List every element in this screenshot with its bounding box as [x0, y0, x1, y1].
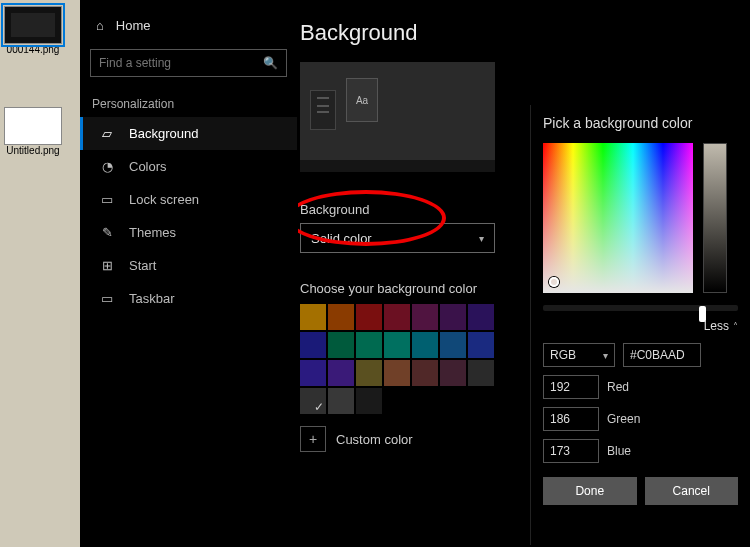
chevron-down-icon: ▾: [479, 233, 484, 244]
file-thumb-label: Untitled.png: [4, 145, 62, 156]
home-label: Home: [116, 18, 151, 33]
taskbar-icon: ▭: [99, 291, 115, 306]
plus-icon: +: [300, 426, 326, 452]
home-link[interactable]: ⌂ Home: [80, 10, 297, 41]
settings-search-input[interactable]: [99, 56, 263, 70]
chevron-up-icon: ˄: [733, 321, 738, 332]
chevron-down-icon: ▾: [603, 350, 608, 361]
color-swatch[interactable]: [412, 332, 438, 358]
sidebar-section-title: Personalization: [80, 91, 297, 117]
palette-icon: ◔: [99, 159, 115, 174]
color-swatch[interactable]: [300, 332, 326, 358]
color-mode-select[interactable]: RGB ▾: [543, 343, 615, 367]
color-swatch[interactable]: [440, 360, 466, 386]
color-picker-panel: Pick a background color Less ˄ RGB ▾: [530, 105, 750, 545]
channel-input-red[interactable]: [543, 375, 599, 399]
content-area: Background Aa Background Solid color ▾ C…: [298, 0, 750, 547]
custom-color-label: Custom color: [336, 432, 413, 447]
sidebar-item-label: Lock screen: [129, 192, 199, 207]
sidebar-nav: ▱Background◔Colors▭Lock screen✎Themes⊞St…: [80, 117, 297, 315]
color-swatch[interactable]: [440, 332, 466, 358]
color-swatch[interactable]: [356, 360, 382, 386]
file-thumb-label: 000144.png: [4, 44, 62, 55]
color-swatch[interactable]: [328, 304, 354, 330]
hue-slider[interactable]: [543, 305, 738, 311]
sidebar-item-label: Start: [129, 258, 156, 273]
color-swatch[interactable]: [300, 360, 326, 386]
color-swatch[interactable]: [328, 388, 354, 414]
page-title: Background: [300, 20, 750, 46]
color-swatch[interactable]: [356, 332, 382, 358]
color-spectrum[interactable]: [543, 143, 693, 293]
picture-icon: ▱: [99, 126, 115, 141]
slider-thumb[interactable]: [699, 306, 706, 322]
channel-label: Green: [607, 412, 640, 426]
preview-window: [310, 90, 336, 130]
preview-window: Aa: [346, 78, 378, 122]
sidebar-item-label: Colors: [129, 159, 167, 174]
channel-input-blue[interactable]: [543, 439, 599, 463]
channel-label: Red: [607, 380, 629, 394]
channel-label: Blue: [607, 444, 631, 458]
done-button[interactable]: Done: [543, 477, 637, 505]
sidebar-item-label: Themes: [129, 225, 176, 240]
file-thumb[interactable]: 000144.png: [4, 6, 62, 55]
cancel-button[interactable]: Cancel: [645, 477, 739, 505]
color-swatch[interactable]: [468, 304, 494, 330]
file-thumb[interactable]: Untitled.png: [4, 107, 62, 156]
sidebar-item-lock-screen[interactable]: ▭Lock screen: [80, 183, 297, 216]
dropdown-value: Solid color: [311, 231, 372, 246]
color-swatch[interactable]: [356, 388, 382, 414]
search-icon: 🔍: [263, 56, 278, 70]
spectrum-cursor[interactable]: [549, 277, 559, 287]
color-swatch[interactable]: [384, 304, 410, 330]
settings-search[interactable]: 🔍: [90, 49, 287, 77]
hex-input[interactable]: [623, 343, 701, 367]
themes-icon: ✎: [99, 225, 115, 240]
desktop-area: 000144.png Untitled.png: [0, 0, 80, 547]
start-icon: ⊞: [99, 258, 115, 273]
channel-input-green[interactable]: [543, 407, 599, 431]
background-type-dropdown[interactable]: Solid color ▾: [300, 223, 495, 253]
color-swatch-grid: [300, 304, 497, 416]
color-swatch[interactable]: [300, 388, 326, 414]
file-thumb-image: [4, 6, 62, 44]
color-swatch[interactable]: [300, 304, 326, 330]
home-icon: ⌂: [96, 18, 104, 33]
color-swatch[interactable]: [468, 360, 494, 386]
color-picker-title: Pick a background color: [543, 115, 738, 131]
sidebar-item-taskbar[interactable]: ▭Taskbar: [80, 282, 297, 315]
sidebar-item-start[interactable]: ⊞Start: [80, 249, 297, 282]
preview-taskbar: [300, 160, 495, 172]
color-swatch[interactable]: [440, 304, 466, 330]
color-swatch[interactable]: [328, 360, 354, 386]
file-thumb-image: [4, 107, 62, 145]
sidebar-item-label: Taskbar: [129, 291, 175, 306]
color-swatch[interactable]: [412, 304, 438, 330]
color-swatch[interactable]: [384, 332, 410, 358]
sidebar-item-background[interactable]: ▱Background: [80, 117, 297, 150]
background-preview: Aa: [300, 62, 495, 172]
color-swatch[interactable]: [412, 360, 438, 386]
color-swatch[interactable]: [384, 360, 410, 386]
sidebar-item-colors[interactable]: ◔Colors: [80, 150, 297, 183]
sidebar-item-themes[interactable]: ✎Themes: [80, 216, 297, 249]
less-toggle[interactable]: Less ˄: [543, 319, 738, 333]
color-swatch[interactable]: [468, 332, 494, 358]
lockscreen-icon: ▭: [99, 192, 115, 207]
value-slider[interactable]: [703, 143, 727, 293]
settings-window: ⌂ Home 🔍 Personalization ▱Background◔Col…: [80, 0, 750, 547]
color-swatch[interactable]: [328, 332, 354, 358]
sidebar: ⌂ Home 🔍 Personalization ▱Background◔Col…: [80, 0, 298, 547]
color-swatch[interactable]: [356, 304, 382, 330]
sidebar-item-label: Background: [129, 126, 198, 141]
